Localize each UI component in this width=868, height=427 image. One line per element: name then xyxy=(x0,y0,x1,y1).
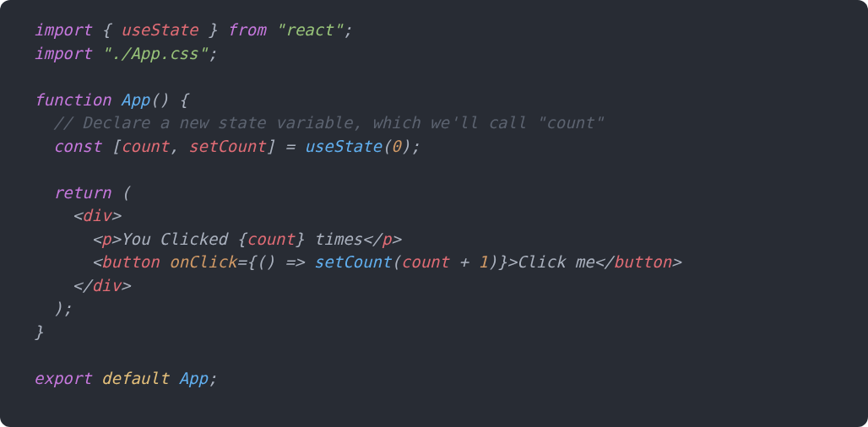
text-you-clicked: You Clicked xyxy=(121,230,236,248)
indent xyxy=(34,299,53,317)
comment: // Declare a new state variable, which w… xyxy=(53,113,604,132)
paren-open: ( xyxy=(391,252,400,271)
indent xyxy=(34,137,53,155)
angle-close: > xyxy=(121,276,130,295)
space xyxy=(92,44,101,62)
id-count: count xyxy=(247,230,295,248)
code-line-8: return ( xyxy=(34,183,130,202)
code-line-2: import "./App.css"; xyxy=(34,44,217,62)
brace-close: } xyxy=(198,20,226,39)
tag-div-close: div xyxy=(92,276,121,295)
indent xyxy=(34,276,73,295)
indent xyxy=(34,113,53,132)
indent xyxy=(34,230,92,248)
code-block: import { useState } from "react"; import… xyxy=(0,0,868,427)
code-line-4: function App() { xyxy=(34,90,188,109)
attr-onclick: onClick xyxy=(169,252,236,271)
code-line-10: <p>You Clicked {count} times</p> xyxy=(34,230,401,248)
kw-const: const xyxy=(53,137,101,155)
angle-close-open: </ xyxy=(73,276,92,295)
code-line-13: ); xyxy=(34,299,73,317)
angle-open: < xyxy=(73,206,82,224)
code-line-11: <button onClick={() => setCount(count + … xyxy=(34,252,681,271)
paren-close: ) xyxy=(488,252,497,271)
id-count: count xyxy=(121,137,169,155)
paren-close-semi: ); xyxy=(53,299,73,317)
str-appcss: "./App.css" xyxy=(101,44,208,62)
kw-export: export xyxy=(34,369,92,387)
fn-app: App xyxy=(121,90,149,109)
tag-button: button xyxy=(101,252,160,271)
space xyxy=(111,90,121,109)
code-line-12: </div> xyxy=(34,276,130,295)
brace-open: { xyxy=(247,252,256,271)
space xyxy=(169,369,178,387)
indent xyxy=(34,183,53,202)
brace-close: } xyxy=(295,230,304,248)
bracket-open: [ xyxy=(111,137,121,155)
semi: ; xyxy=(208,369,217,387)
kw-from: from xyxy=(227,20,266,39)
code-line-5: // Declare a new state variable, which w… xyxy=(34,113,604,132)
angle-close: > xyxy=(507,252,517,271)
id-count: count xyxy=(401,252,449,271)
fn-setcount: setCount xyxy=(314,252,392,271)
tag-p-close: p xyxy=(382,230,391,248)
space xyxy=(92,369,101,387)
angle-open: < xyxy=(92,230,101,248)
paren-open: ( xyxy=(111,183,131,202)
equals: = xyxy=(275,137,304,155)
semi: ; xyxy=(208,44,217,62)
space xyxy=(266,20,275,39)
tag-p: p xyxy=(101,230,111,248)
angle-close: > xyxy=(391,230,400,248)
code-line-1: import { useState } from "react"; xyxy=(34,20,353,39)
kw-import: import xyxy=(34,44,92,62)
angle-open: < xyxy=(92,252,101,271)
equals: = xyxy=(236,252,246,271)
brace-open: { xyxy=(236,230,246,248)
str-react: "react" xyxy=(275,20,343,39)
brace-close: } xyxy=(34,322,43,341)
fn-usestate: useState xyxy=(304,137,382,155)
angle-close: > xyxy=(111,206,121,224)
angle-close: > xyxy=(111,230,121,248)
kw-import: import xyxy=(34,20,92,39)
paren-brace: () { xyxy=(149,90,188,109)
angle-close-open: </ xyxy=(362,230,382,248)
angle-close-open: </ xyxy=(594,252,614,271)
arrow-fn: () => xyxy=(256,252,314,271)
id-app: App xyxy=(179,369,208,387)
brace-close: } xyxy=(497,252,507,271)
text-times: times xyxy=(304,230,362,248)
id-usestate: useState xyxy=(121,20,198,39)
op-plus: + xyxy=(449,252,478,271)
paren-open: ( xyxy=(382,137,391,155)
kw-return: return xyxy=(53,183,111,202)
text-click-me: Click me xyxy=(517,252,594,271)
comma: , xyxy=(169,137,188,155)
paren-close-semi: ); xyxy=(401,137,420,155)
indent xyxy=(34,252,92,271)
kw-function: function xyxy=(34,90,111,109)
space xyxy=(160,252,169,271)
semi: ; xyxy=(343,20,352,39)
code-line-16: export default App; xyxy=(34,369,217,387)
indent xyxy=(34,206,73,224)
tag-div: div xyxy=(82,206,111,224)
brace-open: { xyxy=(92,20,121,39)
code-line-14: } xyxy=(34,322,43,341)
kw-default: default xyxy=(101,369,169,387)
code-line-9: <div> xyxy=(34,206,121,224)
code-line-6: const [count, setCount] = useState(0); xyxy=(34,137,420,155)
space xyxy=(101,137,111,155)
num-zero: 0 xyxy=(391,137,400,155)
tag-button-close: button xyxy=(614,252,672,271)
bracket-close: ] xyxy=(266,137,275,155)
num-one: 1 xyxy=(478,252,487,271)
angle-close: > xyxy=(671,252,681,271)
id-setcount: setCount xyxy=(188,137,266,155)
